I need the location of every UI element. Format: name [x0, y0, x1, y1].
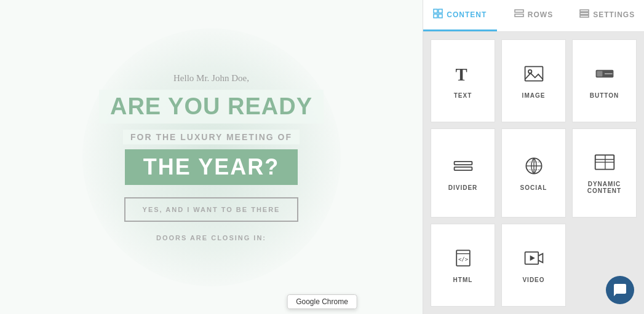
content-item-social[interactable]: SOCIAL [501, 128, 566, 218]
email-content: Hello Mr. John Doe, ARE YOU READY FOR TH… [87, 61, 336, 254]
content-item-image[interactable]: IMAGE [501, 39, 566, 122]
svg-rect-6 [580, 10, 589, 12]
content-grid: T TEXT IMAGE [423, 32, 644, 314]
svg-text:</>: </> [458, 257, 468, 263]
doors-text: DOORS ARE CLOSING IN: [99, 234, 324, 241]
tab-settings[interactable]: SETTINGS [570, 0, 644, 31]
tab-rows[interactable]: ROWS [497, 0, 571, 31]
dynamic-content-icon [594, 151, 616, 176]
svg-rect-1 [439, 9, 442, 13]
content-item-video[interactable]: VIDEO [501, 224, 566, 307]
settings-tab-icon [579, 9, 589, 21]
content-tab-icon [433, 9, 443, 21]
image-item-label: IMAGE [522, 92, 546, 99]
svg-rect-15 [454, 162, 472, 165]
svg-rect-2 [434, 14, 437, 18]
svg-rect-16 [454, 167, 472, 170]
rows-tab-icon [514, 9, 524, 21]
settings-tab-label: SETTINGS [593, 10, 635, 19]
text-item-label: TEXT [454, 92, 472, 99]
content-item-html[interactable]: </> HTML [431, 224, 495, 307]
dynamic-content-item-label: DYNAMIC CONTENT [578, 181, 631, 194]
greeting-text: Hello Mr. John Doe, [99, 73, 324, 84]
content-item-dynamic[interactable]: DYNAMIC CONTENT [572, 128, 637, 218]
svg-rect-5 [515, 14, 523, 17]
rows-tab-label: ROWS [528, 10, 553, 19]
button-icon [594, 63, 616, 87]
right-panel: CONTENT ROWS SETTINGS [423, 0, 644, 314]
svg-rect-7 [580, 13, 589, 15]
svg-rect-0 [434, 9, 437, 13]
svg-rect-8 [580, 15, 589, 17]
cta-button[interactable]: YES, AND I WANT TO BE THERE [124, 197, 299, 222]
social-icon [523, 155, 545, 179]
email-preview-area: Hello Mr. John Doe, ARE YOU READY FOR TH… [0, 0, 423, 314]
subline-text: FOR THE LUXURY MEETING OF [123, 130, 300, 144]
text-icon: T [452, 63, 474, 87]
tab-content[interactable]: CONTENT [423, 0, 497, 31]
headline-text: ARE YOU READY [99, 90, 324, 124]
svg-rect-23 [595, 155, 614, 160]
svg-marker-30 [530, 256, 535, 261]
svg-rect-4 [515, 10, 523, 12]
social-item-label: SOCIAL [520, 184, 547, 191]
divider-item-label: DIVIDER [448, 184, 478, 191]
svg-rect-10 [525, 66, 543, 80]
content-item-divider[interactable]: DIVIDER [431, 128, 495, 218]
svg-rect-13 [597, 71, 602, 76]
svg-point-11 [528, 70, 531, 73]
chat-bubble-button[interactable] [606, 276, 634, 304]
svg-text:T: T [455, 65, 467, 84]
content-tab-label: CONTENT [447, 10, 487, 19]
button-item-label: BUTTON [590, 92, 619, 99]
google-chrome-tooltip: Google Chrome [287, 294, 357, 309]
year-line-text: THE YEAR? [125, 149, 298, 185]
tab-bar: CONTENT ROWS SETTINGS [423, 0, 644, 32]
content-item-button[interactable]: BUTTON [572, 39, 637, 122]
html-icon: </> [452, 247, 474, 272]
chat-icon [613, 283, 627, 297]
svg-rect-3 [439, 14, 442, 18]
video-icon [523, 247, 545, 272]
divider-icon [452, 155, 474, 179]
html-item-label: HTML [453, 277, 473, 283]
content-item-text[interactable]: T TEXT [431, 39, 495, 122]
image-icon [523, 63, 545, 87]
video-item-label: VIDEO [522, 277, 544, 283]
